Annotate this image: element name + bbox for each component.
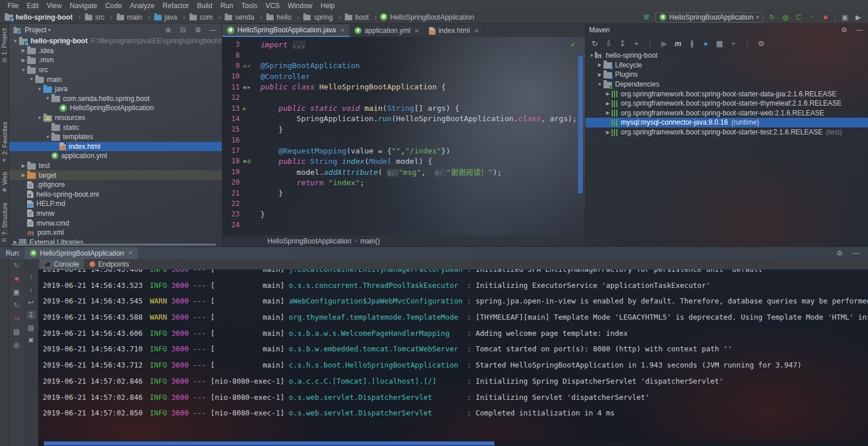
- close-icon[interactable]: [340, 27, 345, 33]
- stop-icon[interactable]: ■: [820, 13, 830, 21]
- up-stack-trace-icon[interactable]: ↑: [27, 273, 36, 281]
- breadcrumb-item[interactable]: main: [116, 13, 154, 21]
- project-panel-title[interactable]: Project: [25, 26, 46, 34]
- breadcrumb-item[interactable]: senda: [224, 13, 266, 21]
- offline-mode-icon[interactable]: ●: [700, 39, 711, 48]
- tree-item[interactable]: mvnw: [9, 209, 222, 219]
- expander-icon[interactable]: [20, 68, 27, 73]
- exit-icon[interactable]: ↪: [12, 314, 21, 323]
- hide-panel-icon[interactable]: —: [208, 26, 218, 34]
- run-configuration-tab[interactable]: HelloSpringBootApplication: [25, 247, 138, 259]
- tree-item[interactable]: Plugins: [586, 70, 868, 80]
- tree-item[interactable]: mvnw.cmd: [9, 218, 222, 228]
- tree-item[interactable]: .mvn: [9, 55, 222, 65]
- separator-icon[interactable]: |: [645, 39, 656, 48]
- menu-item[interactable]: Build: [193, 2, 217, 10]
- tool-window-button[interactable]: ▤ 1: Project: [0, 24, 8, 68]
- gutter-icons[interactable]: ◉@: [240, 158, 260, 164]
- tree-item[interactable]: resources: [9, 113, 222, 123]
- skip-tests-icon[interactable]: ∦: [686, 39, 698, 48]
- tree-item[interactable]: Lifecycle: [586, 61, 868, 70]
- expander-icon[interactable]: [28, 77, 35, 82]
- add-maven-project-icon[interactable]: +: [631, 39, 642, 48]
- separator-icon[interactable]: |: [833, 13, 837, 21]
- pin-tab-icon[interactable]: ◎: [12, 341, 21, 349]
- settings-icon[interactable]: ⚙: [839, 26, 850, 34]
- chevron-down-icon[interactable]: ▾: [48, 27, 51, 33]
- tree-item[interactable]: templates: [9, 132, 222, 142]
- breadcrumb-item[interactable]: hello: [266, 13, 303, 21]
- editor-area[interactable]: HelloSpringBootApplication.java applicat…: [222, 24, 585, 246]
- tree-item[interactable]: mysql:mysql-connector-java:8.0.16 (runti…: [586, 118, 868, 128]
- maven-tree[interactable]: hello-spring-boot Lifecycle Plugins Depe…: [586, 51, 868, 246]
- expander-icon[interactable]: [20, 48, 27, 53]
- profiler-icon[interactable]: ◔: [807, 13, 817, 21]
- console-output[interactable]: 2019-06-21 14:56:43.408INFO3600 --- [ ma…: [38, 269, 868, 441]
- stop-icon[interactable]: ■: [12, 275, 21, 283]
- menu-item[interactable]: Run: [217, 2, 237, 10]
- menu-item[interactable]: File: [3, 2, 23, 10]
- code-editor[interactable]: 3 import ... 8 9 ◉✔ @SpringBootApplicati…: [222, 37, 585, 235]
- show-profiles-icon[interactable]: ▦: [714, 39, 725, 48]
- down-stack-trace-icon[interactable]: ↓: [27, 286, 36, 294]
- tree-item[interactable]: .gitignore: [9, 180, 222, 190]
- collapse-all-icon[interactable]: ÷: [728, 39, 739, 48]
- maven-settings-icon[interactable]: ⚙: [755, 39, 767, 48]
- locate-icon[interactable]: ⊕: [163, 26, 173, 34]
- expander-icon[interactable]: [12, 39, 19, 44]
- breadcrumb-method[interactable]: main(): [360, 237, 380, 245]
- tree-item[interactable]: static: [9, 122, 222, 132]
- settings-icon[interactable]: ⚙: [835, 249, 845, 257]
- dump-threads-icon[interactable]: ▣: [12, 288, 21, 296]
- tree-item[interactable]: org.springframework.boot:spring-boot-sta…: [586, 108, 868, 118]
- expander-icon[interactable]: [604, 110, 612, 115]
- tool-window-button[interactable]: ⊞ 7: Structure: [0, 198, 9, 246]
- tree-item[interactable]: hello-spring-boot F:\file\program\java\E…: [9, 36, 222, 46]
- settings-icon[interactable]: ⚙: [193, 26, 203, 34]
- rerun-application-icon[interactable]: ↻: [767, 13, 777, 21]
- print-icon[interactable]: ▤: [27, 324, 36, 332]
- expander-icon[interactable]: [20, 58, 27, 63]
- tool-window-button[interactable]: ◉ Web: [0, 167, 9, 197]
- run-maven-build-icon[interactable]: ▶: [658, 39, 670, 48]
- download-sources-icon[interactable]: ↧: [617, 39, 628, 48]
- tool-window-button[interactable]: ★ 2: Favorites: [0, 117, 9, 167]
- expander-icon[interactable]: [36, 87, 43, 92]
- tree-item[interactable]: pom.xml: [9, 228, 222, 238]
- menu-item[interactable]: Help: [316, 2, 339, 10]
- rerun-failed-icon[interactable]: ↻: [12, 301, 21, 309]
- menu-item[interactable]: Window: [284, 2, 316, 10]
- expander-icon[interactable]: [20, 163, 27, 168]
- breadcrumb-item[interactable]: hello-spring-boot: [5, 13, 84, 21]
- expander-icon[interactable]: [604, 130, 612, 135]
- collapse-all-icon[interactable]: ⊟: [178, 26, 188, 34]
- menu-item[interactable]: VCS: [262, 2, 284, 10]
- expander-icon[interactable]: [36, 115, 43, 121]
- tree-item[interactable]: org.springframework.boot:spring-boot-sta…: [586, 128, 868, 137]
- generate-sources-icon[interactable]: ⇩: [603, 39, 614, 48]
- tree-item[interactable]: HELP.md: [9, 199, 222, 209]
- breadcrumb-item[interactable]: com: [189, 13, 225, 21]
- gutter-icons[interactable]: ◉▶: [240, 84, 260, 90]
- run-configuration-select[interactable]: HelloSpringBootApplication ▾: [655, 12, 763, 23]
- editor-scrollbar-thumb[interactable]: [578, 56, 583, 193]
- menu-item[interactable]: Navigate: [66, 2, 101, 10]
- expander-icon[interactable]: [596, 82, 603, 87]
- execute-maven-goal-icon[interactable]: m: [672, 39, 684, 48]
- coverage-icon[interactable]: C: [794, 13, 804, 21]
- expander-icon[interactable]: [604, 91, 612, 96]
- breadcrumb-item[interactable]: HelloSpringBootApplication: [380, 13, 474, 21]
- scroll-to-end-icon[interactable]: ↧: [27, 311, 36, 319]
- tree-item[interactable]: org.springframework.boot:spring-boot-sta…: [586, 89, 868, 99]
- soft-wrap-icon[interactable]: ↩: [27, 298, 36, 306]
- inspections-ok-icon[interactable]: ✔: [571, 41, 576, 48]
- expander-icon[interactable]: [20, 173, 27, 178]
- console-hscrollbar-thumb[interactable]: [44, 441, 494, 445]
- tree-item[interactable]: index.html: [9, 142, 222, 152]
- tree-item[interactable]: src: [9, 65, 222, 75]
- tree-item[interactable]: hello-spring-boot.iml: [9, 190, 222, 200]
- tree-item[interactable]: org.springframework.boot:spring-boot-sta…: [586, 99, 868, 108]
- project-structure-icon[interactable]: ▣: [840, 13, 850, 21]
- run-anything-icon[interactable]: ▶: [853, 13, 863, 21]
- tree-item[interactable]: java: [9, 84, 222, 94]
